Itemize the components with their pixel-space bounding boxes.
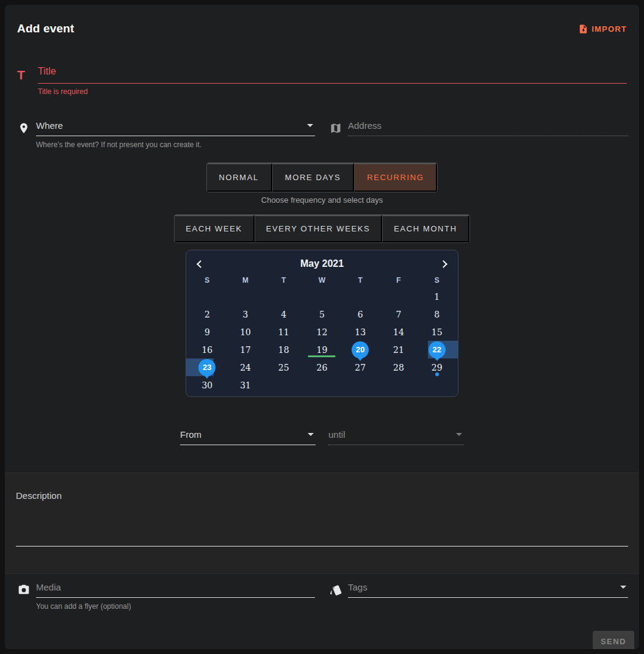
where-label: Where bbox=[36, 120, 63, 131]
calendar-day[interactable]: 7 bbox=[380, 305, 418, 323]
where-helper-text: Where's the event? If not present you ca… bbox=[36, 140, 315, 149]
title-field-row: T Title bbox=[17, 66, 627, 84]
calendar-day[interactable]: 19 bbox=[303, 341, 341, 358]
chevron-down-icon bbox=[308, 433, 314, 436]
tags-placeholder: Tags bbox=[348, 582, 367, 592]
calendar-day[interactable]: 12 bbox=[303, 323, 341, 341]
calendar-day[interactable]: 31 bbox=[226, 376, 265, 394]
until-select[interactable]: until bbox=[328, 429, 464, 445]
media-helper-text: You can add a flyer (optional) bbox=[36, 602, 315, 611]
title-input[interactable]: Title bbox=[38, 66, 627, 84]
calendar-day[interactable]: 4 bbox=[264, 305, 303, 323]
calendar-grid: SMTWTFS123456789101112131415161718192021… bbox=[188, 273, 456, 394]
calendar-day[interactable]: 5 bbox=[303, 305, 341, 323]
map-icon bbox=[329, 122, 342, 135]
media-column: Media You can add a flyer (optional) bbox=[17, 582, 315, 611]
tags-column: Tags bbox=[329, 582, 628, 611]
location-pin-icon bbox=[17, 122, 31, 135]
calendar-day[interactable]: 27 bbox=[341, 358, 380, 376]
calendar-weekday: S bbox=[418, 273, 456, 288]
calendar-day bbox=[341, 376, 380, 394]
calendar-day[interactable]: 30 bbox=[188, 376, 226, 394]
calendar-day[interactable]: 20 bbox=[341, 341, 380, 358]
calendar-day[interactable]: 26 bbox=[303, 358, 341, 376]
title-placeholder: Title bbox=[38, 66, 56, 76]
calendar-day bbox=[264, 288, 303, 305]
where-select[interactable]: Where bbox=[17, 120, 315, 136]
tags-select[interactable]: Tags bbox=[329, 582, 628, 598]
calendar-day[interactable]: 14 bbox=[380, 323, 418, 341]
calendar-day[interactable]: 23 bbox=[188, 358, 226, 376]
send-button[interactable]: SEND bbox=[593, 631, 634, 649]
calendar-day[interactable]: 3 bbox=[226, 305, 265, 323]
calendar-day bbox=[380, 288, 418, 305]
add-event-dialog: Add event IMPORT T Title Title is requir… bbox=[5, 5, 639, 649]
calendar-weekday: S bbox=[188, 273, 226, 288]
calendar-weekday: F bbox=[380, 273, 418, 288]
import-label: IMPORT bbox=[592, 24, 627, 34]
calendar-day bbox=[303, 288, 341, 305]
event-type-tab[interactable]: RECURRING bbox=[354, 163, 437, 192]
calendar-weekday: W bbox=[303, 273, 341, 288]
calendar: May 2021 SMTWTFS123456789101112131415161… bbox=[186, 250, 458, 397]
calendar-day[interactable]: 1 bbox=[418, 288, 456, 305]
calendar-day[interactable]: 22 bbox=[418, 341, 456, 358]
from-select[interactable]: From bbox=[180, 429, 316, 445]
calendar-day bbox=[303, 376, 341, 394]
calendar-day[interactable]: 11 bbox=[264, 323, 303, 341]
event-type-tab-group: NORMAL MORE DAYS RECURRING bbox=[5, 162, 639, 192]
title-error-message: Title is required bbox=[38, 87, 627, 96]
calendar-day[interactable]: 6 bbox=[341, 305, 380, 323]
event-type-tab[interactable]: MORE DAYS bbox=[272, 163, 354, 192]
dialog-header: Add event IMPORT bbox=[5, 5, 639, 35]
calendar-day[interactable]: 18 bbox=[264, 341, 303, 358]
description-section: Description bbox=[5, 473, 639, 574]
file-import-icon bbox=[578, 24, 588, 34]
from-label: From bbox=[180, 429, 201, 440]
time-row: From until bbox=[5, 429, 639, 445]
calendar-day[interactable]: 10 bbox=[226, 323, 265, 341]
calendar-day bbox=[264, 376, 303, 394]
calendar-day[interactable]: 28 bbox=[380, 358, 418, 376]
calendar-day[interactable]: 17 bbox=[226, 341, 265, 358]
calendar-day[interactable]: 24 bbox=[226, 358, 265, 376]
camera-icon bbox=[17, 583, 31, 597]
calendar-day[interactable]: 29 bbox=[418, 358, 456, 376]
calendar-header: May 2021 bbox=[188, 250, 456, 272]
until-label: until bbox=[328, 429, 346, 440]
calendar-day[interactable]: 13 bbox=[341, 323, 380, 341]
address-input[interactable]: Address bbox=[329, 120, 628, 136]
text-title-icon: T bbox=[17, 68, 32, 81]
calendar-day bbox=[226, 288, 265, 305]
description-input[interactable] bbox=[16, 546, 628, 547]
chevron-down-icon bbox=[456, 433, 462, 436]
frequency-hint: Choose frequency and select days bbox=[5, 195, 639, 205]
media-input[interactable]: Media bbox=[17, 582, 315, 598]
chevron-down-icon bbox=[307, 124, 313, 127]
calendar-day[interactable]: 16 bbox=[188, 341, 226, 358]
calendar-day[interactable]: 2 bbox=[188, 305, 226, 323]
calendar-day[interactable]: 15 bbox=[418, 323, 456, 341]
import-button[interactable]: IMPORT bbox=[578, 24, 627, 34]
frequency-option[interactable]: EACH MONTH bbox=[382, 215, 469, 242]
address-placeholder: Address bbox=[348, 120, 382, 131]
frequency-option[interactable]: EVERY OTHER WEEKS bbox=[255, 215, 382, 242]
event-type-tab[interactable]: NORMAL bbox=[207, 163, 272, 192]
footer-actions: SEND bbox=[5, 631, 639, 649]
tags-icon bbox=[329, 583, 342, 597]
calendar-day[interactable]: 9 bbox=[188, 323, 226, 341]
chevron-left-icon[interactable] bbox=[197, 260, 204, 268]
calendar-weekday: T bbox=[264, 273, 303, 288]
calendar-day[interactable]: 8 bbox=[418, 305, 456, 323]
page-title: Add event bbox=[17, 22, 74, 35]
calendar-day[interactable]: 25 bbox=[264, 358, 303, 376]
calendar-month-label: May 2021 bbox=[300, 258, 344, 269]
frequency-option[interactable]: EACH WEEK bbox=[175, 215, 254, 242]
where-column: Where Where's the event? If not present … bbox=[17, 120, 315, 149]
calendar-day[interactable]: 21 bbox=[380, 341, 418, 358]
calendar-weekday: T bbox=[341, 273, 380, 288]
media-tags-row: Media You can add a flyer (optional) Tag… bbox=[5, 582, 639, 611]
address-column: Address bbox=[329, 120, 628, 149]
chevron-right-icon[interactable] bbox=[440, 260, 447, 268]
location-row: Where Where's the event? If not present … bbox=[5, 120, 639, 149]
